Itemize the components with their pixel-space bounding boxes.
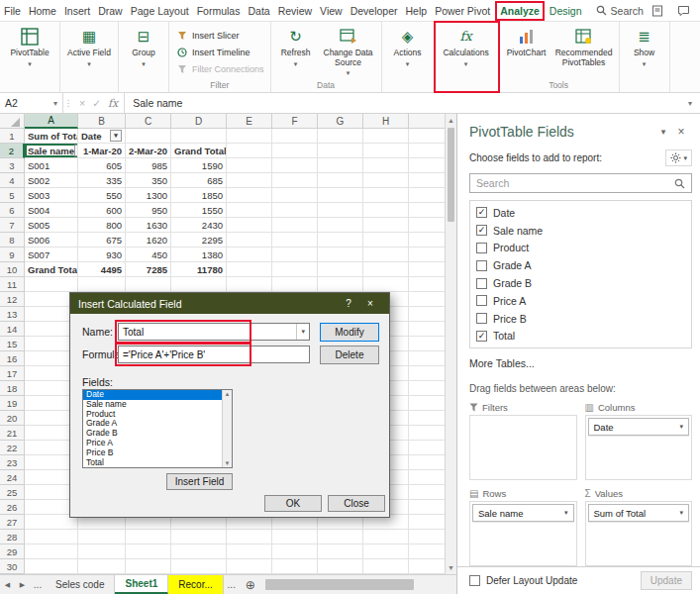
column-header-a[interactable]: A [25,114,78,129]
cell-h3[interactable] [363,158,409,173]
calc-field-name-input[interactable]: Total ▾ [118,323,310,341]
checkbox-grade-b[interactable] [476,278,487,289]
horizontal-scroll-thumb[interactable] [265,579,414,590]
close-icon[interactable]: × [359,298,381,309]
row-header-1[interactable]: 1 [0,129,25,144]
menu-tab-data[interactable]: Data [244,0,273,22]
field-row-grade-b[interactable]: Grade B [472,274,689,292]
scroll-down-icon[interactable]: ▼ [225,460,231,466]
tools-gear-button[interactable]: ▾ [665,149,692,166]
row-header-27[interactable]: 27 [0,515,25,530]
cell-a2[interactable]: Sale name▾ [25,144,78,158]
filter-dropdown-icon[interactable]: ▾ [110,130,122,142]
note-icon[interactable] [651,5,663,17]
menu-tab-help[interactable]: Help [402,0,432,22]
menu-tab-developer[interactable]: Developer [347,0,402,22]
add-sheet-icon[interactable]: ⊕ [240,575,261,594]
select-all-corner[interactable] [0,114,25,129]
cell-d29[interactable] [171,544,227,559]
column-header-g[interactable]: G [318,114,363,129]
menu-tab-formulas[interactable]: Formulas [193,0,245,22]
vertical-scroll-thumb[interactable] [448,128,454,222]
calculations-button[interactable]: fx Calculations ▾ [438,24,495,79]
row-header-5[interactable]: 5 [0,188,25,203]
formula-bar-expand-icon[interactable]: ▾ [680,99,700,108]
cell-h11[interactable] [363,277,409,292]
cell-b8[interactable]: 675 [78,233,126,248]
chevron-down-icon[interactable]: ▾ [296,324,305,340]
cell-g3[interactable] [318,158,363,173]
row-header-26[interactable]: 26 [0,500,25,515]
cell-f28[interactable] [272,530,318,544]
show-button[interactable]: ≣ Show ▾ [623,24,666,79]
row-header-12[interactable]: 12 [0,292,25,307]
cell-h7[interactable] [363,218,409,233]
cell-f6[interactable] [272,203,318,218]
confirm-entry-icon[interactable]: ✓ [92,97,101,109]
formula-content[interactable]: Sale name [125,97,680,109]
row-header-15[interactable]: 15 [0,337,25,351]
cell-c2[interactable]: 2-Mar-20 [126,144,171,158]
cell-b1[interactable]: Date▾ [78,129,126,144]
group-button[interactable]: ⊟ Group ▾ [122,24,165,79]
sheet-tab-sheet1[interactable]: Sheet1 [115,575,168,594]
cell-c29[interactable] [126,544,171,559]
cell-f10[interactable] [272,262,318,277]
row-header-6[interactable]: 6 [0,203,25,218]
row-header-24[interactable]: 24 [0,470,25,485]
pane-options-icon[interactable]: ▾ [654,127,672,137]
row-header-7[interactable]: 7 [0,218,25,233]
vertical-scrollbar[interactable]: ▲ ▼ [445,114,456,574]
cell-b4[interactable]: 335 [78,173,126,188]
cell-d5[interactable]: 1850 [171,188,227,203]
more-tables-link[interactable]: More Tables... [457,348,700,369]
close-button[interactable]: Close [328,495,385,512]
name-box-grip[interactable]: ⋮ [63,98,73,108]
defer-layout-checkbox[interactable] [469,575,480,586]
cell-a1[interactable]: Sum of Total [25,129,78,144]
cell-c10[interactable]: 7285 [126,262,171,277]
column-header-c[interactable]: C [126,114,171,129]
cell-g2[interactable] [318,144,363,158]
menu-tab-home[interactable]: Home [25,0,60,22]
cell-g11[interactable] [318,277,363,292]
cell-b6[interactable]: 600 [78,203,126,218]
cell-e28[interactable] [227,530,272,544]
pivotchart-button[interactable]: PivotChart [502,24,551,79]
cell-a7[interactable]: S005 [25,218,78,233]
cell-g30[interactable] [318,559,363,574]
cell-e9[interactable] [227,248,272,262]
cell-b3[interactable]: 605 [78,158,126,173]
cell-c4[interactable]: 350 [126,173,171,188]
cell-b7[interactable]: 800 [78,218,126,233]
column-header-d[interactable]: D [171,114,227,129]
active-field-button[interactable]: ▦ Active Field ▾ [63,24,115,79]
cell-f7[interactable] [272,218,318,233]
cell-a3[interactable]: S001 [25,158,78,173]
cell-c1[interactable] [126,129,171,144]
cell-f5[interactable] [272,188,318,203]
cell-b2[interactable]: 1-Mar-20 [78,144,126,158]
row-header-2[interactable]: 2 [0,144,25,158]
cell-d7[interactable]: 2430 [171,218,227,233]
insert-timeline-button[interactable]: Insert Timeline [172,44,267,60]
row-header-17[interactable]: 17 [0,366,25,381]
checkbox-date[interactable]: ✓ [476,207,487,218]
dialog-field-item-price-b[interactable]: Price B [83,448,222,458]
cell-h1[interactable] [363,129,409,144]
row-header-23[interactable]: 23 [0,455,25,470]
cell-h30[interactable] [363,559,409,574]
cell-d8[interactable]: 2295 [171,233,227,248]
refresh-button[interactable]: ↻ Refresh ▾ [274,24,318,79]
cell-c8[interactable]: 1620 [126,233,171,248]
row-header-8[interactable]: 8 [0,233,25,248]
row-header-22[interactable]: 22 [0,441,25,455]
cell-e8[interactable] [227,233,272,248]
cell-d28[interactable] [171,530,227,544]
cell-g5[interactable] [318,188,363,203]
cell-d1[interactable] [171,129,227,144]
cell-b10[interactable]: 4495 [78,262,126,277]
cell-c9[interactable]: 450 [126,248,171,262]
cell-d11[interactable] [171,277,227,292]
cell-f11[interactable] [272,277,318,292]
